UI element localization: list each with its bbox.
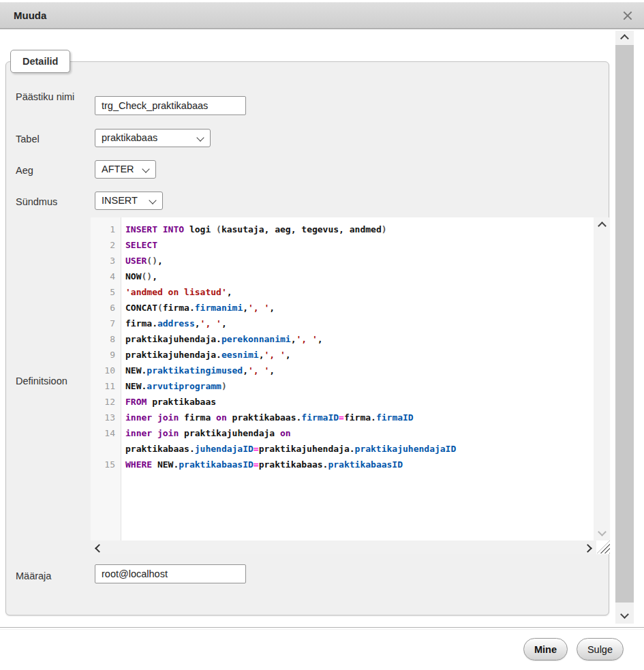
table-select-value: praktikabaas (102, 130, 157, 147)
line-number: 14 (91, 425, 121, 441)
edit-trigger-dialog: Muuda Detailid Päästiku nimi Tabel prakt… (0, 0, 644, 670)
code-line[interactable]: 14inner join praktikajuhendaja on prakti… (91, 425, 594, 457)
code-line[interactable]: 7firma.address,', ', (91, 316, 594, 331)
code-line[interactable]: 15WHERE NEW.praktikabaasID=praktikabaas.… (91, 457, 594, 472)
time-label: Aeg (16, 164, 33, 177)
definition-editor[interactable]: 1INSERT INTO logi (kasutaja, aeg, tegevu… (91, 217, 610, 554)
line-number: 7 (91, 316, 121, 331)
code-text: WHERE NEW.praktikabaasID=praktikabaas.pr… (121, 457, 594, 472)
code-line[interactable]: 11NEW.arvutiprogramm) (91, 378, 594, 394)
event-select[interactable]: INSERT (95, 192, 163, 210)
code-line[interactable]: 6CONCAT(firma.firmanimi,', ', (91, 300, 594, 316)
code-text: 'andmed on lisatud', (121, 284, 594, 300)
code-text: praktikajuhendaja.perekonnanimi,', ', (121, 331, 594, 347)
code-text: praktikajuhendaja.eesnimi,', ', (121, 347, 594, 363)
scroll-up-icon[interactable] (598, 222, 607, 230)
line-number: 13 (91, 410, 121, 425)
code-line[interactable]: 8praktikajuhendaja.perekonnanimi,', ', (91, 331, 594, 347)
chevron-down-icon (196, 134, 204, 141)
code-text: SELECT (121, 237, 594, 253)
code-text: NEW.praktikatingimused,', ', (121, 363, 594, 378)
go-button[interactable]: Mine (523, 638, 568, 660)
line-number: 2 (91, 237, 121, 253)
table-label: Tabel (16, 133, 40, 146)
code-text: CONCAT(firma.firmanimi,', ', (121, 300, 594, 316)
event-label: Sündmus (16, 196, 57, 209)
tab-detailid[interactable]: Detailid (10, 50, 70, 73)
trigger-name-input[interactable] (95, 96, 246, 115)
code-line[interactable]: 10NEW.praktikatingimused,', ', (91, 363, 594, 378)
dialog-scrollbar-thumb[interactable] (615, 45, 634, 603)
line-number: 8 (91, 331, 121, 347)
details-fieldset: Päästiku nimi Tabel praktikabaas Aeg AFT… (5, 61, 609, 615)
scroll-down-icon[interactable] (598, 528, 607, 536)
code-line[interactable]: 4NOW(), (91, 269, 594, 284)
definer-input[interactable] (95, 564, 246, 583)
code-text: USER(), (121, 253, 594, 269)
code-text: NOW(), (121, 269, 594, 284)
scroll-right-icon[interactable] (583, 544, 592, 553)
code-text: inner join firma on praktikabaas.firmaID… (121, 410, 594, 425)
time-select-value: AFTER (102, 161, 134, 178)
code-text: inner join praktikajuhendaja on praktika… (121, 425, 594, 457)
line-number: 3 (91, 253, 121, 269)
editor-resize-handle-icon[interactable] (597, 540, 610, 553)
line-number: 1 (91, 222, 121, 237)
scroll-left-icon[interactable] (95, 544, 104, 553)
close-icon[interactable] (622, 10, 633, 21)
line-number: 12 (91, 394, 121, 410)
line-number: 5 (91, 284, 121, 300)
table-select[interactable]: praktikabaas (95, 129, 211, 147)
event-select-value: INSERT (102, 192, 138, 209)
time-select[interactable]: AFTER (95, 160, 156, 179)
code-text: INSERT INTO logi (kasutaja, aeg, tegevus… (121, 222, 594, 237)
code-line[interactable]: 3USER(), (91, 253, 594, 269)
footer-divider (0, 627, 644, 630)
close-button[interactable]: Sulge (577, 638, 624, 660)
code-text: FROM praktikabaas (121, 394, 594, 410)
code-line[interactable]: 5'andmed on lisatud', (91, 284, 594, 300)
line-number: 11 (91, 378, 121, 394)
line-number: 9 (91, 347, 121, 363)
scroll-down-icon[interactable] (620, 610, 629, 619)
line-number: 15 (91, 457, 121, 472)
scroll-up-icon[interactable] (620, 34, 629, 43)
line-number: 4 (91, 269, 121, 284)
code-lines: 1INSERT INTO logi (kasutaja, aeg, tegevu… (91, 222, 594, 472)
editor-horizontal-scrollbar[interactable] (91, 540, 596, 554)
code-text: NEW.arvutiprogramm) (121, 378, 594, 394)
code-line[interactable]: 13inner join firma on praktikabaas.firma… (91, 410, 594, 425)
editor-vertical-scrollbar[interactable] (594, 217, 610, 540)
code-line[interactable]: 9praktikajuhendaja.eesnimi,', ', (91, 347, 594, 363)
definition-label: Definitsioon (16, 375, 67, 388)
line-number: 10 (91, 363, 121, 378)
code-line[interactable]: 12FROM praktikabaas (91, 394, 594, 410)
dialog-scrollbar[interactable] (615, 31, 634, 624)
dialog-title: Muuda (14, 3, 46, 29)
chevron-down-icon (142, 165, 149, 172)
definer-label: Määraja (16, 570, 51, 583)
code-text: firma.address,', ', (121, 316, 594, 331)
code-line[interactable]: 2SELECT (91, 237, 594, 253)
line-number: 6 (91, 300, 121, 316)
title-bar: Muuda (0, 2, 644, 29)
chevron-down-icon (149, 196, 156, 204)
code-line[interactable]: 1INSERT INTO logi (kasutaja, aeg, tegevu… (91, 222, 594, 237)
trigger-name-label: Päästiku nimi (16, 91, 78, 104)
